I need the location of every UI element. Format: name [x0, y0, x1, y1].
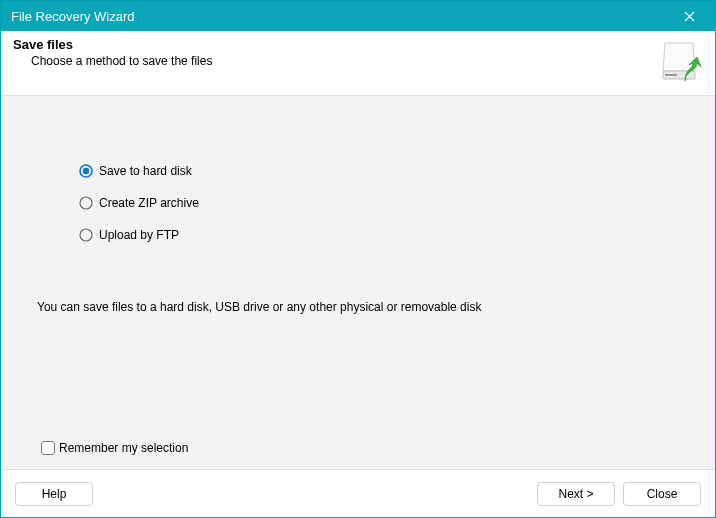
button-label: Close [647, 487, 678, 501]
close-button[interactable] [669, 1, 709, 31]
svg-point-4 [80, 197, 92, 209]
radio-label: Create ZIP archive [99, 196, 199, 210]
help-button[interactable]: Help [15, 482, 93, 506]
radio-unselected-icon [79, 196, 93, 210]
svg-point-3 [83, 168, 89, 174]
next-button[interactable]: Next > [537, 482, 615, 506]
button-label: Help [42, 487, 67, 501]
page-subtitle: Choose a method to save the files [31, 54, 647, 68]
client-area: Save files Choose a method to save the f… [1, 31, 715, 517]
window-title: File Recovery Wizard [11, 9, 669, 24]
checkbox-label: Remember my selection [59, 441, 188, 455]
radio-selected-icon [79, 164, 93, 178]
button-label: Next > [558, 487, 593, 501]
wizard-header: Save files Choose a method to save the f… [1, 31, 715, 95]
titlebar: File Recovery Wizard [1, 1, 715, 31]
radio-label: Save to hard disk [99, 164, 192, 178]
wizard-footer: Help Next > Close [1, 469, 715, 517]
wizard-body: Save to hard disk Create ZIP archive [1, 96, 715, 469]
header-text: Save files Choose a method to save the f… [13, 37, 647, 68]
radio-label: Upload by FTP [99, 228, 179, 242]
page-title: Save files [13, 37, 647, 52]
close-icon [684, 11, 695, 22]
svg-point-5 [80, 229, 92, 241]
radio-create-zip[interactable]: Create ZIP archive [79, 196, 715, 210]
close-button-footer[interactable]: Close [623, 482, 701, 506]
wizard-window: File Recovery Wizard Save files Choose a… [0, 0, 716, 518]
svg-rect-1 [665, 74, 677, 76]
body-inner: Save to hard disk Create ZIP archive [1, 96, 715, 469]
radio-unselected-icon [79, 228, 93, 242]
checkbox-unchecked-icon [41, 441, 55, 455]
save-method-group: Save to hard disk Create ZIP archive [79, 164, 715, 242]
hdd-restore-icon [655, 37, 703, 85]
radio-upload-ftp[interactable]: Upload by FTP [79, 228, 715, 242]
radio-save-hard-disk[interactable]: Save to hard disk [79, 164, 715, 178]
method-description: You can save files to a hard disk, USB d… [37, 300, 715, 314]
remember-selection-checkbox[interactable]: Remember my selection [41, 441, 188, 455]
